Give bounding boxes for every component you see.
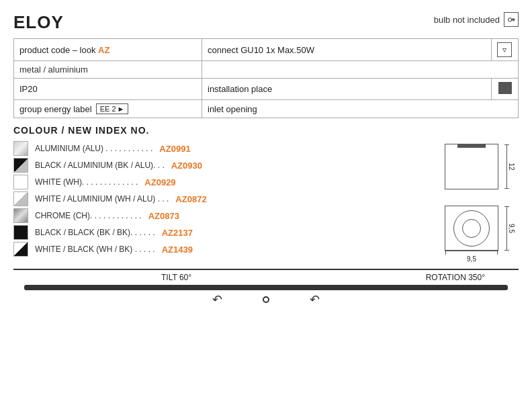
colour-label-bk-alu: BLACK / ALUMINIUM (BK / ALU). . . (35, 161, 165, 170)
rotation-label: ROTATION 350° (426, 273, 485, 282)
cell-ip: IP20 (14, 79, 202, 100)
energy-badge-text: EE 2 (100, 105, 116, 113)
colour-title: COLOUR / NEW INDEX NO. (13, 125, 519, 136)
dim-tick-top (504, 144, 509, 145)
cell-inlet: inlet opening (202, 100, 519, 118)
install-icon (498, 82, 512, 94)
colour-code-wh-alu: AZ0872 (175, 194, 216, 204)
install-text: installation place (208, 84, 272, 94)
connect-text: connect GU10 1x Max.50W (208, 45, 314, 55)
list-item: WHITE / ALUMINIUM (WH / ALU) . . . AZ087… (13, 191, 425, 206)
colour-code-wh-bk: AZ1439 (162, 245, 202, 255)
tilt-arrows-row: ↷ ↶ (13, 292, 519, 307)
colour-label-ch: CHROME (CH). . . . . . . . . . . . (35, 211, 142, 220)
circle-diagram: 9,5 9,5 (445, 206, 498, 251)
colour-label-alu: ALUMINIUM (ALU) . . . . . . . . . . . (35, 144, 152, 153)
dim-tick-bottom-2 (504, 250, 509, 251)
colour-code-bk-alu: AZ0930 (171, 161, 212, 171)
tilt-section: TILT 60° ROTATION 350° ↷ ↶ (13, 269, 519, 307)
colour-code-alu: AZ0991 (159, 144, 200, 154)
colour-code-bk-bk: AZ2137 (162, 228, 202, 238)
colour-col: ALUMINIUM (ALU) . . . . . . . . . . . AZ… (13, 141, 425, 257)
main-content-row: ALUMINIUM (ALU) . . . . . . . . . . . AZ… (13, 141, 519, 257)
ip20-text: IP20 (19, 84, 38, 94)
bulb-icon: ⚩ (504, 12, 519, 27)
tilt-right-arrow-icon: ↶ (310, 292, 320, 307)
swatch-wh-alu (13, 191, 28, 206)
list-item: BLACK / ALUMINIUM (BK / ALU). . . AZ0930 (13, 158, 425, 173)
energy-badge: EE 2 ► (96, 103, 129, 114)
bulb-info: bulb not included ⚩ (434, 12, 519, 27)
top-bar (457, 144, 486, 148)
row-product-code: product code – look AZ connect GU10 1x M… (14, 39, 519, 61)
cell-install: installation place (202, 79, 492, 100)
header: ELOY bulb not included ⚩ (13, 12, 519, 33)
dim-right-tick (497, 250, 498, 255)
tilt-bar (24, 285, 508, 290)
list-item: CHROME (CH). . . . . . . . . . . . AZ087… (13, 208, 425, 223)
tilt-label: TILT 60° (161, 273, 191, 282)
tilt-center-dot (263, 296, 269, 303)
row-metal: metal / aluminium (14, 61, 519, 79)
swatch-alu (13, 141, 28, 156)
tilt-labels-row: TILT 60° ROTATION 350° (13, 273, 519, 282)
colour-list: ALUMINIUM (ALU) . . . . . . . . . . . AZ… (13, 141, 425, 257)
inlet-text: inlet opening (208, 104, 257, 114)
dim-line-v (506, 206, 507, 251)
product-title: ELOY (13, 12, 64, 33)
circle-outer (453, 210, 490, 247)
energy-arrow-icon: ► (118, 105, 125, 113)
colour-label-wh-bk: WHITE / BLACK (WH / BK) . . . . . (35, 245, 155, 254)
product-code-az: AZ (98, 45, 109, 55)
list-item: WHITE / BLACK (WH / BK) . . . . . AZ1439 (13, 242, 425, 257)
product-code-label: product code – look (19, 45, 98, 55)
tilt-left-arrow-icon: ↷ (212, 292, 222, 307)
cell-connect: connect GU10 1x Max.50W (202, 39, 492, 61)
dim-line (506, 144, 507, 189)
dim-tick-top-2 (504, 206, 509, 207)
rect-diagram-wrap: 12 (445, 144, 498, 189)
row-energy: group energy label EE 2 ► inlet opening (14, 100, 519, 118)
cell-lamp-icon: ▿ (492, 39, 519, 61)
dim-tick-bottom (504, 188, 509, 189)
list-item: WHITE (WH). . . . . . . . . . . . . AZ09… (13, 175, 425, 189)
colour-code-ch: AZ0873 (148, 211, 189, 221)
dim-left-tick (445, 250, 446, 255)
swatch-wh-bk (13, 242, 28, 257)
cell-empty (202, 61, 519, 79)
rect-diagram: 12 (445, 144, 498, 189)
dim-h-label: 12 (508, 163, 515, 170)
cell-install-icon (492, 79, 519, 100)
dim-h-label-2: 9,5 (508, 224, 516, 233)
circle-inner (462, 219, 481, 238)
colour-label-bk-bk: BLACK / BLACK (BK / BK). . . . . . (35, 228, 155, 237)
cell-metal: metal / aluminium (14, 61, 202, 79)
metal-text: metal / aluminium (19, 64, 88, 75)
diagram-col: 12 (425, 141, 519, 251)
energy-row: group energy label EE 2 ► (19, 103, 196, 114)
colour-label-wh-alu: WHITE / ALUMINIUM (WH / ALU) . . . (35, 194, 169, 204)
cell-product-code: product code – look AZ (14, 39, 202, 61)
colour-section: COLOUR / NEW INDEX NO. ALUMINIUM (ALU) .… (13, 125, 519, 257)
cell-energy: group energy label EE 2 ► (14, 100, 202, 118)
colour-code-wh: AZ0929 (144, 177, 185, 187)
info-table: product code – look AZ connect GU10 1x M… (13, 38, 519, 118)
spot-lamp-icon: ▿ (497, 42, 512, 57)
dim-w-label: 9,5 (467, 255, 476, 263)
swatch-wh (13, 175, 28, 189)
swatch-ch (13, 208, 28, 223)
colour-label-wh: WHITE (WH). . . . . . . . . . . . . (35, 177, 138, 187)
bulb-label: bulb not included (434, 15, 500, 25)
page: ELOY bulb not included ⚩ product code – … (0, 0, 532, 314)
row-ip: IP20 installation place (14, 79, 519, 100)
energy-label: group energy label (19, 104, 92, 114)
swatch-bk-bk (13, 225, 28, 240)
dim-bottom: 9,5 (445, 250, 498, 263)
list-item: ALUMINIUM (ALU) . . . . . . . . . . . AZ… (13, 141, 425, 156)
tilt-bar-row (13, 285, 519, 290)
circle-diagram-wrap: 9,5 9,5 (445, 206, 498, 251)
swatch-bk-alu (13, 158, 28, 173)
list-item: BLACK / BLACK (BK / BK). . . . . . AZ213… (13, 225, 425, 240)
